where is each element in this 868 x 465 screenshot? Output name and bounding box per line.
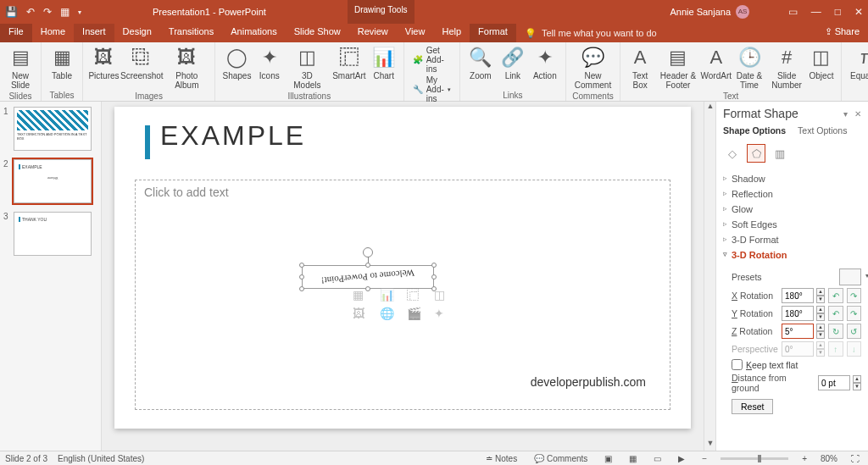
rotation-handle[interactable]: [363, 247, 373, 257]
table-button[interactable]: ▦Table: [47, 44, 77, 82]
content-placeholder[interactable]: Click to add text Welcome to PowerPoint!…: [135, 180, 670, 410]
insert-3d-icon[interactable]: ◫: [434, 288, 453, 302]
sorter-view-icon[interactable]: ▦: [626, 454, 640, 463]
notes-button[interactable]: ≐ Notes: [482, 454, 520, 463]
wordart-button[interactable]: AWordArt: [702, 44, 731, 82]
normal-view-icon[interactable]: ▣: [601, 454, 615, 463]
distance-input[interactable]: [818, 375, 850, 390]
tab-insert[interactable]: Insert: [74, 24, 114, 42]
shapes-button[interactable]: ◯Shapes: [220, 44, 253, 82]
my-addins-button[interactable]: 🔧My Add-ins ▾: [413, 75, 451, 103]
new-slide-button[interactable]: ▤New Slide: [5, 44, 36, 91]
chart-button[interactable]: 📊Chart: [370, 44, 398, 82]
z-rotation-input[interactable]: [782, 324, 814, 339]
section-reflection[interactable]: Reflection: [723, 186, 861, 202]
start-from-beginning-icon[interactable]: ▦: [60, 6, 70, 18]
pane-options-icon[interactable]: ▾: [843, 109, 848, 119]
tab-transitions[interactable]: Transitions: [160, 24, 222, 42]
redo-icon[interactable]: ↷: [43, 6, 52, 18]
photo-album-button[interactable]: 🖼Photo Album: [164, 44, 210, 91]
y-rotation-input[interactable]: [782, 306, 814, 321]
tab-slideshow[interactable]: Slide Show: [286, 24, 349, 42]
zoom-button[interactable]: 🔍Zoom: [465, 44, 496, 82]
thumbnail-1[interactable]: 1 TEXT DIRECTION AND POSITION IN A TEXT …: [3, 107, 97, 151]
resize-handle[interactable]: [299, 263, 304, 268]
zoom-slider[interactable]: [721, 457, 788, 460]
tab-help[interactable]: Help: [433, 24, 470, 42]
slide-number-button[interactable]: #Slide Number: [768, 44, 805, 91]
undo-icon[interactable]: ↶: [26, 6, 35, 18]
effects-icon[interactable]: ⬠: [747, 144, 765, 163]
fill-line-icon[interactable]: ◇: [723, 144, 742, 163]
selected-textbox[interactable]: Welcome to PowerPoint!: [302, 265, 434, 289]
section-shadow[interactable]: Shadow: [723, 171, 861, 186]
tab-animations[interactable]: Animations: [222, 24, 285, 42]
comments-button[interactable]: 💬 Comments: [531, 454, 591, 463]
zoom-level[interactable]: 80%: [821, 454, 837, 463]
tab-review[interactable]: Review: [349, 24, 397, 42]
thumbnail-2[interactable]: 2 EXAMPLEWelcome: [3, 159, 97, 203]
insert-icon-icon[interactable]: ✦: [434, 307, 453, 320]
insert-online-picture-icon[interactable]: 🌐: [380, 307, 398, 320]
section-soft-edges[interactable]: Soft Edges: [723, 217, 861, 232]
x-rotation-spinner[interactable]: ▲▼: [816, 288, 825, 303]
rotate-right-icon[interactable]: ↷: [847, 288, 861, 303]
size-properties-icon[interactable]: ▥: [771, 144, 789, 163]
presets-dropdown[interactable]: [839, 268, 861, 285]
rotate-up-icon[interactable]: ↶: [828, 306, 843, 321]
qat-more-icon[interactable]: ▾: [78, 8, 81, 16]
minimize-icon[interactable]: —: [811, 6, 821, 18]
vertical-scrollbar[interactable]: ▲ ▼: [704, 102, 715, 451]
insert-smartart-icon[interactable]: ⿸: [407, 288, 426, 302]
zoom-in-button[interactable]: +: [798, 454, 810, 463]
link-button[interactable]: 🔗Link: [498, 44, 528, 82]
z-rotation-spinner[interactable]: ▲▼: [816, 324, 825, 339]
slideshow-view-icon[interactable]: ▶: [675, 454, 688, 463]
3d-models-button[interactable]: ◫3D Models: [286, 44, 329, 91]
insert-table-icon[interactable]: ▦: [353, 288, 371, 302]
tab-view[interactable]: View: [397, 24, 434, 42]
screenshot-button[interactable]: ⿻Screenshot: [121, 44, 163, 82]
maximize-icon[interactable]: □: [835, 6, 841, 18]
close-icon[interactable]: ✕: [854, 6, 863, 18]
text-options-tab[interactable]: Text Options: [798, 125, 847, 136]
rotate-cw-icon[interactable]: ↻: [828, 324, 843, 339]
pictures-button[interactable]: 🖼Pictures: [88, 44, 120, 82]
get-addins-button[interactable]: 🧩Get Add-ins: [413, 46, 451, 74]
ribbon-options-icon[interactable]: ▭: [788, 6, 798, 18]
x-rotation-input[interactable]: [782, 288, 814, 303]
pane-close-icon[interactable]: ✕: [854, 109, 861, 119]
section-3d-rotation[interactable]: 3-D Rotation: [723, 247, 861, 263]
slide-canvas[interactable]: EXAMPLE Click to add text Welcome to Pow…: [102, 102, 704, 451]
zoom-out-button[interactable]: −: [698, 454, 710, 463]
distance-spinner[interactable]: ▲▼: [853, 375, 861, 390]
smartart-button[interactable]: ⿸SmartArt: [331, 44, 368, 82]
thumbnail-3[interactable]: 3 THANK YOU: [3, 212, 97, 256]
object-button[interactable]: ◫Object: [807, 44, 836, 82]
scroll-down-icon[interactable]: ▼: [704, 439, 716, 451]
scroll-up-icon[interactable]: ▲: [704, 102, 716, 113]
equation-button[interactable]: πEquation: [847, 44, 868, 82]
language-status[interactable]: English (United States): [58, 454, 144, 463]
section-3d-format[interactable]: 3-D Format: [723, 232, 861, 247]
insert-picture-icon[interactable]: 🖼: [353, 307, 371, 320]
rotate-left-icon[interactable]: ↶: [828, 288, 843, 303]
insert-video-icon[interactable]: 🎬: [407, 307, 426, 320]
slide-title[interactable]: EXAMPLE: [160, 120, 306, 152]
slide-counter[interactable]: Slide 2 of 3: [5, 454, 47, 463]
action-button[interactable]: ✦Action: [530, 44, 560, 82]
reading-view-icon[interactable]: ▭: [650, 454, 665, 463]
reset-button[interactable]: Reset: [732, 399, 773, 414]
insert-chart-icon[interactable]: 📊: [380, 288, 398, 302]
y-rotation-spinner[interactable]: ▲▼: [816, 306, 825, 321]
new-comment-button[interactable]: 💬New Comment: [571, 44, 615, 91]
fit-to-window-icon[interactable]: ⛶: [848, 454, 863, 463]
tab-format[interactable]: Format: [470, 24, 516, 42]
rotate-ccw-icon[interactable]: ↺: [847, 324, 861, 339]
shape-options-tab[interactable]: Shape Options: [723, 125, 786, 136]
share-button[interactable]: ⇪ Share: [816, 24, 868, 42]
datetime-button[interactable]: 🕒Date & Time: [732, 44, 766, 91]
tab-design[interactable]: Design: [114, 24, 160, 42]
tab-home[interactable]: Home: [32, 24, 74, 42]
tab-file[interactable]: File: [0, 24, 32, 42]
